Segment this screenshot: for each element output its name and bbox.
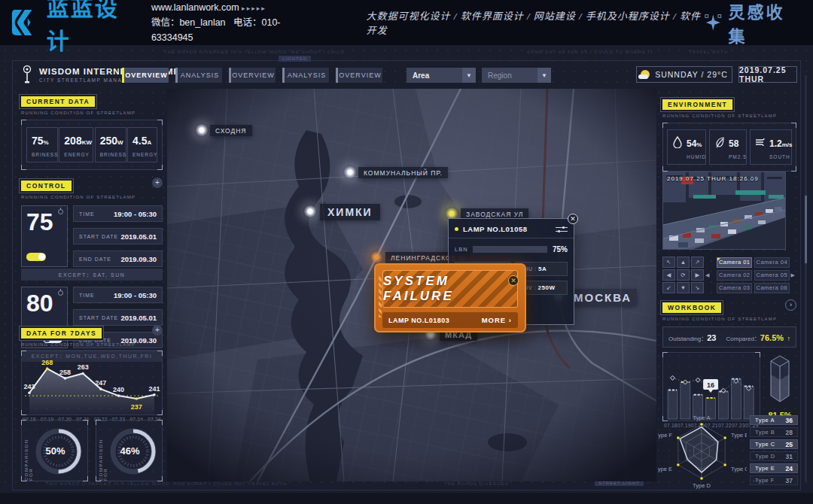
lbn-value: 75% bbox=[553, 245, 568, 254]
more-button[interactable]: MORE › bbox=[482, 316, 512, 324]
tab-analysis-1[interactable]: ANALYSIS bbox=[175, 68, 222, 83]
camera-06-button[interactable]: Camera 06 bbox=[754, 283, 790, 293]
next-camera-icon[interactable]: ▶ bbox=[791, 272, 795, 278]
tab-analysis-2[interactable]: ANALYSIS bbox=[282, 68, 329, 83]
compared-label: Compared： bbox=[726, 335, 760, 342]
contact-block: www.lanlanwork.com ▸▸▸▸▸ 微信：ben_lanlan 电… bbox=[151, 0, 314, 45]
legend-type-c[interactable]: Type C25 bbox=[750, 439, 798, 449]
map-label-skhodnya[interactable]: СХОДНЯ bbox=[210, 125, 252, 136]
metric-energy-a: 4.5A ENERGY bbox=[127, 127, 157, 162]
panel-subtitle: RUNNING CONDITION OF STREETLAMP bbox=[662, 317, 796, 321]
weather-box: SUNNDAY / 29°C bbox=[636, 66, 732, 83]
inspiration-collect[interactable]: 灵感收集 bbox=[704, 0, 799, 47]
outstanding-value: 23 bbox=[707, 333, 716, 342]
scrollbar-track[interactable] bbox=[805, 75, 807, 481]
add-button[interactable]: + bbox=[152, 178, 163, 188]
decor-quote: TWO ROADS DIVERGED IN A YELLOW WOOD, AND… bbox=[45, 481, 288, 486]
lbn-label: LBN bbox=[455, 246, 468, 253]
close-icon[interactable]: ✕ bbox=[568, 214, 578, 224]
logo[interactable]: 蓝蓝设计 bbox=[11, 0, 138, 56]
weather-icon bbox=[641, 70, 650, 79]
weather-text: SUNNDAY / 29°C bbox=[655, 70, 728, 79]
panel-subtitle: RUNNING CONDITION OF STREETLAMP bbox=[21, 111, 163, 115]
alert-title: SYSTEM FAILURE bbox=[383, 274, 517, 304]
city-map[interactable]: СХОДНЯ КОММУНАЛЬНЫЙ ПР. ХИМКИ ЗАВОДСКАЯ … bbox=[167, 89, 656, 481]
website-link[interactable]: www.lanlanwork.com bbox=[151, 2, 239, 13]
date-text: 2019.07.25 THUR bbox=[739, 65, 796, 83]
add-button[interactable]: + bbox=[152, 325, 163, 335]
map-pin-alert-orange[interactable] bbox=[370, 250, 383, 264]
pan-up-button[interactable]: ▲ bbox=[677, 257, 690, 268]
tab-overview-1[interactable]: OVERVIEW bbox=[122, 68, 169, 83]
end-date-row[interactable]: END DATE2019.09.30 bbox=[73, 250, 163, 267]
legend-type-f[interactable]: Type F37 bbox=[750, 475, 798, 485]
radar-chart: Type AType BType CType DType EType F bbox=[658, 411, 747, 489]
camera-04-button[interactable]: Camera 04 bbox=[754, 257, 790, 268]
alert-lamp-id: LAMP NO.L01803 bbox=[388, 317, 482, 324]
svg-text:240: 240 bbox=[113, 386, 124, 393]
pan-down-button[interactable]: ▼ bbox=[677, 282, 690, 293]
start-date-row[interactable]: START DATE2019.05.01 bbox=[73, 228, 163, 244]
pan-down-right-button[interactable]: ↘ bbox=[691, 282, 704, 293]
pan-left-button[interactable]: ◀ bbox=[662, 269, 675, 281]
cube-gauge bbox=[763, 352, 796, 406]
camera-02-button[interactable]: Camera 02 bbox=[717, 270, 752, 281]
prev-camera-icon[interactable]: ◀ bbox=[705, 272, 709, 278]
streetlamp-icon bbox=[21, 65, 33, 84]
time-row[interactable]: TIME19:00 - 05:30 bbox=[73, 205, 163, 222]
tab-overview-2[interactable]: OVERVIEW bbox=[229, 68, 276, 83]
close-icon[interactable]: ✕ bbox=[508, 275, 519, 286]
time-row[interactable]: TIME19:00 - 05:30 bbox=[73, 287, 163, 303]
metric-briness-w: 250W BRINESS bbox=[95, 127, 126, 162]
wind-icon bbox=[755, 136, 766, 148]
pan-right-button[interactable]: ▶ bbox=[691, 269, 704, 281]
settings-sliders-icon[interactable] bbox=[556, 226, 568, 233]
svg-text:237: 237 bbox=[131, 403, 142, 411]
camera-05-button[interactable]: Camera 05 bbox=[754, 270, 790, 281]
map-pin[interactable] bbox=[195, 123, 209, 137]
scrollbar-thumb[interactable] bbox=[805, 196, 807, 263]
legend-type-d[interactable]: Type D31 bbox=[750, 451, 798, 461]
line-chart: 243268258263247240237241 bbox=[22, 351, 162, 414]
map-pin[interactable] bbox=[303, 205, 317, 218]
outstanding-label: Outstanding： bbox=[668, 335, 707, 342]
legend-type-b[interactable]: Type B28 bbox=[750, 427, 798, 437]
data-7days-panel: DATA FOR 7DAYS + RUNNING CONDITION OF ST… bbox=[21, 325, 163, 422]
lamp-id: LAMP NO.L01058 bbox=[463, 225, 556, 233]
decor-quote: SOME DAY AS FAR AS I COULD TO WHERE IT bbox=[527, 50, 653, 54]
environment-badge: ENVIRONMENT bbox=[662, 99, 732, 110]
panel-subtitle: RUNNING CONDITION OF STREETLAMP bbox=[21, 342, 163, 347]
region-select[interactable]: Region ▼ bbox=[482, 68, 551, 83]
services-line: 大数据可视化设计 / 软件界面设计 / 网站建设 / 手机及小程序设计 / 软件… bbox=[367, 8, 704, 37]
svg-text:Type D: Type D bbox=[693, 482, 711, 489]
power-toggle[interactable] bbox=[26, 253, 46, 261]
camera-feed[interactable]: 2019.07.25 THUR 18:26:09 bbox=[662, 172, 786, 250]
compared-value: 76.5% bbox=[760, 333, 784, 342]
legend-type-e[interactable]: Type E24 bbox=[750, 463, 798, 473]
map-label-moskva[interactable]: МОСКВА bbox=[568, 289, 637, 305]
lamp-icon bbox=[58, 290, 63, 296]
decor-quote: THE ROADS DIVERGED IN A YELLOW WOOD, WE … bbox=[164, 50, 345, 54]
start-date-row[interactable]: START DATE2019.05.01 bbox=[73, 309, 163, 326]
map-label-kommunalny[interactable]: КОММУНАЛЬНЫЙ ПР. bbox=[358, 167, 448, 178]
legend-type-a[interactable]: Type A36 bbox=[750, 415, 798, 425]
expand-arrow-button[interactable]: › bbox=[785, 299, 796, 311]
camera-03-button[interactable]: Camera 03 bbox=[717, 283, 752, 293]
lanlan-logo-icon bbox=[11, 8, 42, 38]
comparison-gauge-2: COMPARISON FOR 46% bbox=[96, 420, 163, 481]
svg-text:247: 247 bbox=[95, 379, 106, 387]
pan-up-left-button[interactable]: ↖ bbox=[662, 257, 675, 268]
tab-overview-3[interactable]: OVERVIEW bbox=[336, 68, 382, 83]
control-badge: CONTROL bbox=[21, 181, 72, 191]
tab-bar: OVERVIEW ANALYSIS OVERVIEW ANALYSIS OVER… bbox=[122, 68, 389, 83]
brightness-value: 80 bbox=[26, 290, 62, 317]
except-bar: EXCEPT：SAT, SUN bbox=[21, 269, 163, 281]
data-7days-badge: DATA FOR 7DAYS bbox=[21, 328, 102, 339]
pan-up-right-button[interactable]: ↗ bbox=[691, 257, 704, 268]
reset-view-button[interactable]: ⟳ bbox=[677, 269, 690, 281]
pan-down-left-button[interactable]: ↙ bbox=[662, 282, 675, 293]
camera-01-button[interactable]: Camera 01 bbox=[717, 257, 752, 268]
map-label-khimki[interactable]: ХИМКИ bbox=[320, 204, 380, 220]
area-select[interactable]: Area ▼ bbox=[406, 68, 476, 83]
map-pin[interactable] bbox=[343, 165, 357, 179]
